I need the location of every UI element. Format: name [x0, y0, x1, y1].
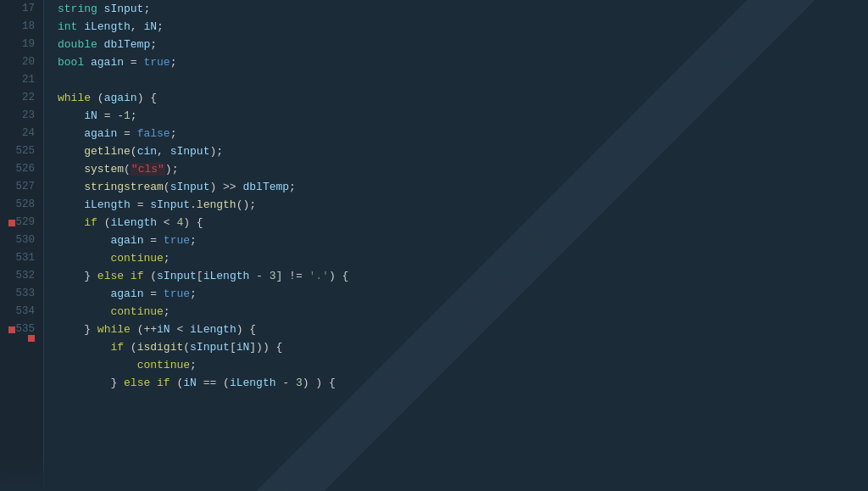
code-token: true — [143, 56, 170, 69]
code-token: = - — [97, 109, 124, 122]
code-token: ) { — [183, 216, 203, 229]
code-area: string sInput;int iLength, iN;double dbl… — [44, 0, 868, 491]
code-line: continue; — [58, 356, 868, 374]
code-token: ( — [91, 92, 104, 104]
code-token: iLength — [203, 270, 250, 282]
code-line: stringstream(sInput) >> dblTemp; — [58, 178, 868, 196]
code-token: iLength — [230, 377, 276, 389]
code-token: ; — [164, 252, 170, 265]
code-token: ); — [209, 145, 223, 158]
code-token: again — [91, 56, 124, 69]
code-token: ( — [131, 145, 137, 158]
code-token: ; — [131, 109, 137, 122]
code-token: else if — [124, 377, 170, 389]
code-token: - — [249, 270, 269, 282]
line-number: 533 — [15, 285, 35, 303]
code-token: } — [84, 270, 97, 282]
code-token: '.' — [309, 270, 329, 282]
code-token — [58, 216, 84, 229]
code-token: ; — [157, 20, 164, 33]
line-number: 525 — [15, 142, 35, 160]
code-token: cin — [137, 145, 157, 158]
code-token — [58, 270, 84, 282]
code-token: ) ) { — [303, 377, 336, 389]
code-token: sInput — [150, 198, 190, 211]
code-token: dblTemp — [242, 181, 289, 193]
line-number: 22 — [22, 89, 35, 107]
line-number: 532 — [15, 267, 35, 285]
code-token — [58, 305, 110, 318]
code-token: while — [58, 92, 91, 104]
code-token — [58, 145, 84, 158]
code-line: if (iLength < 4) { — [58, 214, 868, 232]
code-token: ) { — [137, 92, 157, 104]
code-token: 3 — [296, 377, 303, 389]
code-token: , — [157, 145, 170, 158]
code-line: iLength = sInput.length(); — [58, 196, 868, 214]
code-token: ( — [124, 341, 137, 354]
line-number: 17 — [22, 0, 35, 18]
code-token — [58, 359, 137, 371]
line-numbers: 17181920 2122232452552652752852953053153… — [0, 0, 44, 491]
code-token: true — [164, 234, 190, 247]
code-token: == ( — [197, 377, 230, 389]
code-token: "cls" — [131, 163, 165, 176]
line-number: 526 — [15, 160, 35, 178]
code-token: ( — [143, 270, 157, 282]
code-token: ; — [150, 38, 157, 51]
code-token — [58, 323, 84, 336]
code-token: [ — [197, 270, 203, 282]
code-token: true — [164, 287, 190, 300]
code-token: ; — [164, 305, 170, 318]
code-token: iLength — [84, 198, 131, 211]
line-number: 528 — [15, 196, 35, 214]
code-line: } else if (iN == (iLength - 3) ) { — [58, 374, 868, 392]
code-token: ])) { — [249, 341, 282, 354]
code-token: again — [104, 92, 137, 104]
code-token — [58, 181, 84, 193]
code-token: while — [97, 323, 131, 336]
code-token: < — [170, 323, 190, 336]
code-token: sInput — [104, 3, 144, 15]
code-token: 1 — [124, 109, 131, 122]
code-token: . — [190, 198, 197, 211]
code-token: ( — [124, 163, 131, 176]
code-token: - — [275, 377, 295, 389]
line-number: 527 — [15, 178, 35, 196]
code-line: iN = -1; — [58, 107, 868, 125]
code-token: , — [131, 20, 144, 33]
code-token: else if — [97, 270, 144, 282]
editor-container: 17181920 2122232452552652752852953053153… — [0, 0, 868, 491]
code-token: ; — [170, 56, 177, 69]
code-line: } while (++iN < iLength) { — [58, 321, 868, 338]
line-number: 529 — [15, 214, 35, 232]
code-token: false — [137, 127, 170, 140]
code-token: continue — [110, 305, 163, 318]
code-token: again — [110, 234, 143, 247]
code-line: again = true; — [58, 232, 868, 249]
code-token: (); — [236, 198, 256, 211]
code-token: = — [131, 198, 150, 211]
code-token — [58, 341, 110, 354]
code-line: bool again = true; — [58, 53, 868, 71]
code-token: iN — [183, 377, 197, 389]
code-token: if — [84, 216, 97, 229]
code-token: } — [110, 377, 124, 389]
code-token: = — [124, 56, 143, 69]
code-token: again — [84, 127, 117, 140]
code-token: dblTemp — [104, 38, 151, 51]
line-number: 24 — [22, 125, 35, 142]
line-number: 534 — [15, 303, 35, 321]
code-token: = — [117, 127, 136, 140]
code-token: stringstream — [84, 181, 164, 193]
code-token: = — [143, 234, 163, 247]
code-token — [58, 163, 84, 176]
code-line: again = false; — [58, 125, 868, 142]
code-token: string — [58, 3, 104, 15]
code-token: bool — [58, 56, 91, 69]
code-line: continue; — [58, 249, 868, 267]
code-token: sInput — [157, 270, 197, 282]
code-token: iN — [236, 341, 250, 354]
code-token — [58, 234, 110, 247]
code-token: < — [157, 216, 176, 229]
